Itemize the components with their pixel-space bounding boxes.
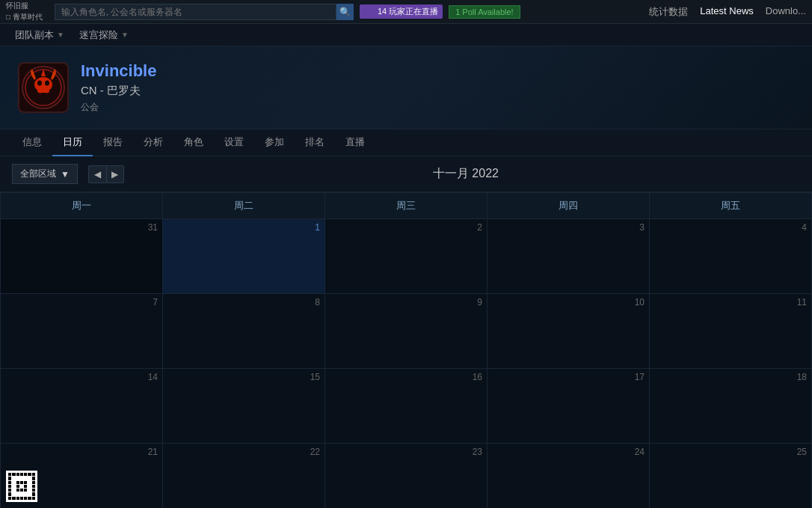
nav-dungeons[interactable]: 迷宫探险 ▼ bbox=[73, 25, 135, 45]
calendar-toolbar: 全部区域 ▼ ◀ ▶ 十一月 2022 bbox=[0, 156, 812, 192]
logo-line1: 怀旧服 bbox=[6, 1, 43, 11]
horde-emblem-icon bbox=[21, 65, 66, 110]
calendar-day-number: 14 bbox=[5, 372, 158, 382]
poll-button[interactable]: 1 Poll Available! bbox=[449, 5, 520, 19]
tab-reports[interactable]: 报告 bbox=[93, 129, 133, 156]
calendar-week-row: 1415161718 bbox=[1, 369, 812, 444]
calendar-day-number: 10 bbox=[492, 297, 645, 307]
calendar-day-number: 3 bbox=[492, 222, 645, 233]
logo-area: 怀旧服 □ 青草时代 bbox=[6, 1, 43, 22]
calendar-day-number: 2 bbox=[330, 222, 482, 233]
calendar-day-number: 8 bbox=[167, 297, 320, 307]
guild-header: Invincible CN - 巴罗夫 公会 bbox=[0, 46, 812, 129]
chevron-down-icon: ▼ bbox=[57, 31, 64, 39]
tab-join[interactable]: 参加 bbox=[254, 129, 295, 156]
nav-latest-news[interactable]: Latest News bbox=[700, 5, 754, 19]
calendar-day-number: 16 bbox=[330, 372, 482, 382]
tab-info[interactable]: 信息 bbox=[12, 129, 52, 156]
table-row[interactable]: 8 bbox=[163, 294, 325, 369]
twitch-icon bbox=[364, 7, 373, 16]
calendar-body: 311234789101114151617182122232425 bbox=[1, 219, 812, 509]
calendar-week-row: 7891011 bbox=[1, 294, 812, 369]
calendar-day-number: 9 bbox=[330, 297, 482, 307]
table-row[interactable]: 25 bbox=[650, 444, 812, 509]
calendar-day-number: 24 bbox=[492, 447, 645, 457]
calendar-day-number: 25 bbox=[654, 447, 807, 457]
twitch-badge[interactable]: 14 玩家正在直播 bbox=[360, 4, 443, 19]
logo-line2: □ 青草时代 bbox=[6, 12, 43, 22]
table-row[interactable]: 7 bbox=[1, 294, 163, 369]
calendar-day-number: 4 bbox=[654, 222, 807, 233]
calendar-day-number: 11 bbox=[654, 297, 807, 307]
table-row[interactable]: 22 bbox=[163, 444, 325, 509]
table-row[interactable]: 2 bbox=[325, 219, 487, 294]
nav-raids[interactable]: 团队副本 ▼ bbox=[9, 25, 70, 45]
twitch-label: 14 玩家正在直播 bbox=[378, 7, 438, 16]
calendar-title: 十一月 2022 bbox=[132, 166, 800, 182]
table-row[interactable]: 11 bbox=[650, 294, 812, 369]
search-area: 🔍 bbox=[55, 4, 354, 20]
guild-realm: CN - 巴罗夫 bbox=[81, 84, 156, 98]
tab-calendar[interactable]: 日历 bbox=[52, 129, 93, 156]
tabs-bar: 信息 日历 报告 分析 角色 设置 参加 排名 直播 bbox=[0, 129, 812, 156]
qr-code bbox=[6, 471, 37, 502]
table-row[interactable]: 16 bbox=[325, 369, 487, 444]
calendar-week-row: 2122232425 bbox=[1, 444, 812, 509]
search-button[interactable]: 🔍 bbox=[336, 4, 354, 20]
chevron-down-icon: ▼ bbox=[121, 31, 129, 39]
second-nav: 团队副本 ▼ 迷宫探险 ▼ bbox=[0, 24, 812, 46]
guild-type: 公会 bbox=[81, 101, 156, 114]
nav-links: 统计数据 Latest News Downlo... bbox=[649, 5, 806, 19]
calendar-day-number: 23 bbox=[330, 447, 482, 457]
table-row[interactable]: 10 bbox=[487, 294, 650, 369]
calendar-header-row: 周一 周二 周三 周四 周五 bbox=[1, 193, 812, 219]
calendar-day-number: 18 bbox=[654, 372, 807, 382]
table-row[interactable]: 15 bbox=[163, 369, 325, 444]
svg-point-3 bbox=[37, 81, 42, 86]
table-row[interactable]: 1 bbox=[163, 219, 325, 294]
calendar-week-row: 311234 bbox=[1, 219, 812, 294]
calendar-nav: ◀ ▶ bbox=[88, 165, 124, 183]
tab-analysis[interactable]: 分析 bbox=[133, 129, 173, 156]
nav-download[interactable]: Downlo... bbox=[766, 5, 806, 19]
weekday-wed: 周三 bbox=[325, 193, 487, 219]
chevron-down-icon: ▼ bbox=[61, 169, 70, 180]
calendar-prev-button[interactable]: ◀ bbox=[88, 165, 106, 183]
calendar-day-number: 21 bbox=[5, 447, 158, 457]
calendar-day-number: 22 bbox=[167, 447, 320, 457]
tab-ranking[interactable]: 排名 bbox=[295, 129, 335, 156]
guild-info: Invincible CN - 巴罗夫 公会 bbox=[81, 61, 156, 114]
table-row[interactable]: 9 bbox=[325, 294, 487, 369]
weekday-fri: 周五 bbox=[650, 193, 812, 219]
guild-name: Invincible bbox=[81, 61, 156, 81]
tab-stream[interactable]: 直播 bbox=[335, 129, 375, 156]
table-row[interactable]: 17 bbox=[487, 369, 650, 444]
calendar-day-number: 1 bbox=[167, 222, 320, 233]
region-dropdown[interactable]: 全部区域 ▼ bbox=[12, 164, 78, 184]
calendar-next-button[interactable]: ▶ bbox=[106, 165, 124, 183]
tab-characters[interactable]: 角色 bbox=[173, 129, 214, 156]
calendar-day-number: 15 bbox=[167, 372, 320, 382]
search-input[interactable] bbox=[55, 4, 336, 20]
table-row[interactable]: 31 bbox=[1, 219, 163, 294]
calendar-day-number: 17 bbox=[492, 372, 645, 382]
weekday-mon: 周一 bbox=[1, 193, 163, 219]
weekday-thu: 周四 bbox=[487, 193, 650, 219]
table-row[interactable]: 14 bbox=[1, 369, 163, 444]
svg-point-4 bbox=[45, 81, 49, 86]
calendar-day-number: 31 bbox=[5, 222, 158, 233]
calendar-day-number: 7 bbox=[5, 297, 158, 307]
guild-logo bbox=[18, 62, 69, 113]
table-row[interactable]: 24 bbox=[487, 444, 650, 509]
top-nav: 怀旧服 □ 青草时代 🔍 14 玩家正在直播 1 Poll Available!… bbox=[0, 0, 812, 24]
tab-settings[interactable]: 设置 bbox=[214, 129, 254, 156]
table-row[interactable]: 4 bbox=[650, 219, 812, 294]
svg-rect-7 bbox=[37, 89, 49, 93]
weekday-tue: 周二 bbox=[163, 193, 325, 219]
table-row[interactable]: 3 bbox=[487, 219, 650, 294]
calendar-grid: 周一 周二 周三 周四 周五 3112347891011141516171821… bbox=[0, 192, 812, 508]
table-row[interactable]: 18 bbox=[650, 369, 812, 444]
nav-stats[interactable]: 统计数据 bbox=[649, 5, 688, 19]
table-row[interactable]: 23 bbox=[325, 444, 487, 509]
